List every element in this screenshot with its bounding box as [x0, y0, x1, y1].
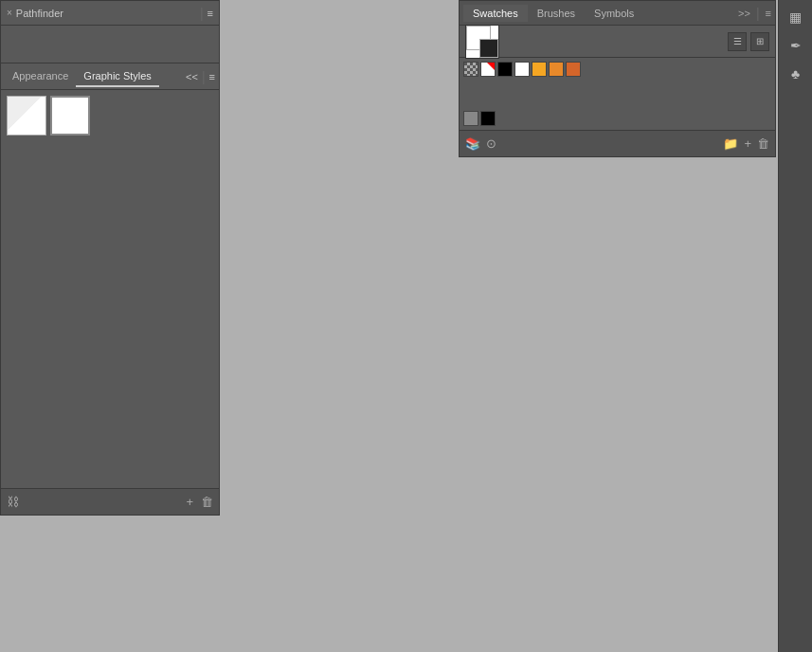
pathfinder-bar: × Pathfinder | ≡ [1, 1, 219, 26]
link-style-icon[interactable]: ⛓ [7, 495, 19, 509]
swatches-toolbar: ☰ ⊞ [460, 26, 775, 58]
swatch-library-icon[interactable]: 📚 [465, 136, 480, 151]
swatches-bottom-bar: 📚 ⊙ 📁 + 🗑 [460, 130, 775, 156]
new-group-icon[interactable]: 📁 [723, 136, 738, 151]
swatches-tab-controls: >> | ≡ [738, 6, 771, 21]
swatch-gray[interactable] [463, 111, 478, 126]
graphic-style-white[interactable] [50, 96, 90, 136]
delete-style-button[interactable]: 🗑 [201, 495, 213, 509]
active-swatch-indicator[interactable] [465, 25, 499, 59]
club-icon[interactable]: ♣ [783, 61, 809, 87]
add-style-button[interactable]: + [186, 495, 193, 509]
swatch-black[interactable] [497, 62, 513, 77]
show-kind-icon[interactable]: ⊙ [486, 136, 496, 151]
panel-menu-icon[interactable]: ≡ [209, 71, 215, 82]
swatch-orange1[interactable] [532, 62, 547, 77]
delete-swatch-button[interactable]: 🗑 [757, 136, 769, 151]
tab-appearance[interactable]: Appearance [5, 66, 76, 87]
collapse-icon[interactable]: << [186, 71, 198, 82]
tab-brushes[interactable]: Brushes [528, 5, 585, 22]
swatches-tabs-bar: Swatches Brushes Symbols >> | ≡ [460, 1, 775, 26]
left-panel: × Pathfinder | ≡ Appearance Graphic Styl… [0, 0, 220, 516]
graphic-style-default[interactable] [7, 96, 46, 136]
swatch-orange2[interactable] [549, 62, 564, 77]
pathfinder-title: Pathfinder [16, 8, 200, 19]
swatches-grid [460, 58, 775, 111]
left-panel-bottom: ⛓ + 🗑 [1, 488, 219, 515]
tab-graphic-styles[interactable]: Graphic Styles [76, 66, 159, 87]
view-toggle: ☰ ⊞ [728, 32, 769, 51]
new-swatch-button[interactable]: + [744, 136, 751, 151]
swatch-registration[interactable] [480, 62, 496, 77]
swatch-white[interactable] [514, 62, 530, 77]
divider2: | [202, 69, 206, 84]
pen-icon[interactable]: ✒ [783, 32, 809, 59]
pathfinder-menu-icon[interactable]: ≡ [208, 8, 213, 19]
swatches-row2 [460, 111, 775, 130]
grid-view-button[interactable]: ⊞ [750, 32, 769, 51]
tab-controls: << | ≡ [186, 69, 215, 84]
swatches-panel: Swatches Brushes Symbols >> | ≡ ☰ ⊞ [459, 0, 776, 157]
pathfinder-controls: | ≡ [200, 6, 213, 21]
tab-symbols[interactable]: Symbols [585, 5, 643, 22]
swatch-none[interactable] [463, 62, 478, 77]
divider3: | [756, 6, 760, 21]
pathfinder-content-area [1, 26, 219, 63]
list-view-button[interactable]: ☰ [728, 32, 747, 51]
stroke-layer [479, 39, 498, 58]
graphic-styles-content [1, 90, 219, 488]
swatch-orange3[interactable] [566, 62, 581, 77]
more-tabs-icon[interactable]: >> [738, 8, 750, 19]
layers-icon[interactable]: ▦ [783, 4, 809, 30]
divider: | [200, 6, 204, 21]
close-button[interactable]: × [7, 8, 12, 18]
swatches-menu-icon[interactable]: ≡ [766, 8, 771, 19]
swatch-black2[interactable] [480, 111, 496, 126]
far-right-toolbar: ▦ ✒ ♣ [778, 0, 812, 652]
tabs-bar: Appearance Graphic Styles << | ≡ [1, 63, 219, 90]
tab-swatches[interactable]: Swatches [463, 5, 528, 22]
